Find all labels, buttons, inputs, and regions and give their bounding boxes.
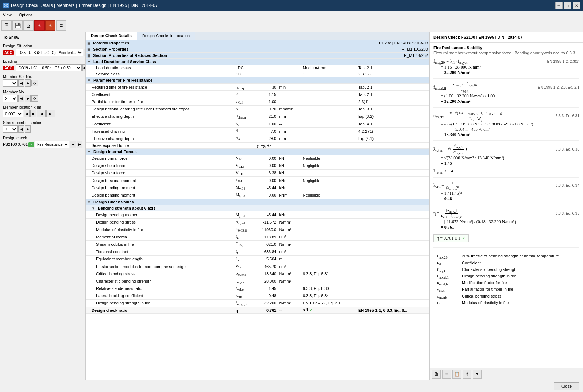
expand-icon-section[interactable]: ▣ [87, 47, 90, 51]
fi-sym-2: γM,fi [234, 98, 254, 105]
formula-btn-2[interactable]: ≡ [442, 370, 451, 379]
fi-ref-7 [301, 135, 357, 142]
bv-note-5 [357, 248, 429, 255]
tab-details[interactable]: Design Check Details [86, 32, 137, 40]
close-button[interactable]: Close [554, 382, 579, 390]
bv-sym-1: σm,y,d [234, 218, 254, 226]
fi-label-4: Effective charring depth [86, 113, 234, 120]
mn-next-btn[interactable]: ▶ [25, 95, 31, 102]
expand-icon-load[interactable]: ▼ [87, 60, 91, 64]
fi-row-6: Increased charring d0 7.0 mm 4.2.2 (1) [86, 128, 429, 135]
if-sym-1: Vy,Ed [234, 162, 254, 169]
close-window-button[interactable]: ✕ [573, 2, 580, 9]
expand-icon-forces[interactable]: ▼ [87, 150, 91, 154]
if-ref-3: Negligible [301, 177, 357, 184]
bv-label-4: Shear modulus in fire [86, 241, 234, 248]
mn-prev-btn[interactable]: ◀ [18, 95, 24, 102]
fi-unit-1: -- [278, 91, 301, 98]
formula-btn-4[interactable]: 🖨 [463, 370, 471, 379]
formula-btn-3[interactable]: 📋 [452, 370, 461, 379]
formula-btn-5[interactable]: ▼ [473, 370, 482, 379]
bending-y-header: ▼ Bending strength about y-axis [86, 205, 429, 211]
bv-unit-7: cm³ [278, 263, 301, 270]
minimize-button[interactable]: ─ [555, 2, 563, 9]
tab-location[interactable]: Design Checks in Location [137, 32, 195, 40]
menu-options[interactable]: Options [18, 12, 34, 18]
sp-next-btn[interactable]: ▶ [25, 125, 31, 133]
bv-note-6 [357, 255, 429, 263]
sp-prev-btn[interactable]: ◀ [18, 125, 24, 133]
fi-label-7: Effective charring depth [86, 135, 234, 142]
if-sym-4: My,Ed [234, 184, 254, 191]
toolbar-btn-2[interactable]: 💾 [12, 20, 23, 31]
dc-next-btn[interactable]: ▶ [77, 141, 82, 148]
fi-note-5: Tab. 4.1 [357, 120, 429, 127]
bv-note-12 [357, 299, 429, 307]
bv-unit-5: cm⁴ [278, 248, 301, 255]
design-situation-select[interactable]: DS5 - ULS (STR/GEO) - Accident... [16, 49, 83, 56]
material-props-ref: GL28c | EN 14080:2013-08 [379, 41, 428, 45]
menu-view[interactable]: View [1, 12, 13, 18]
expand-icon-bending[interactable]: ▼ [92, 206, 95, 210]
if-row-5: Design bending moment Mz,Ed 0.00 kNm Neg… [86, 191, 429, 199]
ml-last-btn[interactable]: ▶| [46, 110, 55, 117]
formula-btn-1[interactable]: 🖹 [432, 370, 441, 379]
member-set-no-select[interactable]: -- [3, 79, 18, 87]
details-table-container: ▣ Material Properties GL28c | EN 14080:2… [86, 40, 429, 380]
bv-row-10: Relative slenderness ratio λrel,m 1.45 -… [86, 285, 429, 292]
ms-refresh-btn[interactable]: ⟳ [31, 80, 38, 86]
bv-ref-10: 6.3.3, Eq. 6.30 [301, 285, 357, 292]
if-unit-5: kNm [278, 191, 301, 199]
toolbar-btn-6[interactable]: ≡ [56, 20, 66, 31]
bending-y-label: Bending strength about y-axis [98, 206, 155, 210]
fi-unit-7: mm [278, 135, 301, 142]
fi-val-6: 7.0 [254, 128, 278, 135]
toolbar: 🖹 💾 🖨 ⚠ ⚠ ≡ [0, 19, 583, 32]
expand-icon-check[interactable]: ▼ [87, 200, 91, 204]
if-ref-4 [301, 184, 357, 191]
toolbar-btn-1[interactable]: 🖹 [1, 20, 12, 31]
member-no-label: Member No. [3, 90, 82, 94]
bv-val-12: 32.200 [254, 299, 278, 307]
member-no-select[interactable]: 2 [3, 95, 18, 102]
design-check-select[interactable]: Fire Resistance - ... [35, 141, 69, 148]
member-location-select[interactable]: 0.000 [3, 110, 23, 117]
member-set-no-label: Member Set No. [3, 74, 82, 79]
loading-prev-btn[interactable]: ◀ [82, 64, 86, 71]
expand-icon-material[interactable]: ▣ [87, 41, 90, 45]
mn-refresh-btn[interactable]: ⟳ [31, 95, 38, 102]
bv-note-4 [357, 241, 429, 248]
loading-select[interactable]: CO19 - LC1 + 0.50 * LC2 + 0.50 ... [16, 64, 82, 71]
legend-1: kfi Coefficient [437, 261, 576, 266]
expand-icon-fire[interactable]: ▼ [87, 78, 91, 82]
if-note-2 [357, 169, 429, 176]
ms-prev-btn[interactable]: ◀ [18, 79, 24, 87]
ms-next-btn[interactable]: ▶ [25, 79, 31, 87]
tab-bar: Design Check Details Design Checks in Lo… [86, 32, 429, 40]
fi-sym-3: βn [234, 105, 254, 113]
formula-block-lambda: λrel,m = √( fm,y,k σm,crit ) 6.3.3, Eq. … [433, 144, 579, 166]
toolbar-btn-4[interactable]: ⚠ [34, 20, 45, 31]
load-duration-label: Load Duration and Service Class [93, 59, 156, 64]
legend-section: fm,y,20 20% fractile of bending strength… [433, 251, 579, 308]
design-check-ratio: 0.761 [18, 142, 28, 147]
ml-first-btn[interactable]: |◀ [37, 110, 46, 117]
bv-val-10: 1.45 [254, 285, 278, 292]
design-situation-label: Design Situation [3, 44, 82, 48]
expand-icon-reduced[interactable]: ▣ [87, 54, 90, 58]
ml-next-btn[interactable]: ▶ [30, 110, 36, 117]
legend-2: fm,y,k Characteristic bending strength [437, 267, 576, 273]
ml-prev-btn[interactable]: ◀ [24, 110, 30, 117]
toolbar-btn-3[interactable]: 🖨 [23, 20, 34, 31]
fi-unit-5: -- [278, 120, 301, 127]
maximize-button[interactable]: □ [564, 2, 571, 9]
fi-label-6: Increased charring [86, 128, 234, 135]
stress-point-select[interactable]: 7 [3, 125, 18, 133]
formula-block-kcrit: kcrit = 1 (λrel,m)² 6.3.3, Eq. 6.34 = 1 … [433, 181, 579, 202]
legend-3: fm,y,d,fi Design bending strength in fir… [437, 274, 576, 279]
dc-prev-btn[interactable]: ◀ [70, 141, 76, 148]
legend-5: γM,fi Partial factor for timber in fire [437, 287, 576, 292]
toolbar-btn-5[interactable]: ⚠ [45, 20, 55, 31]
fmydfi-lhs: fm,y,d,fi [433, 85, 446, 90]
to-show-label: To Show [3, 35, 82, 39]
